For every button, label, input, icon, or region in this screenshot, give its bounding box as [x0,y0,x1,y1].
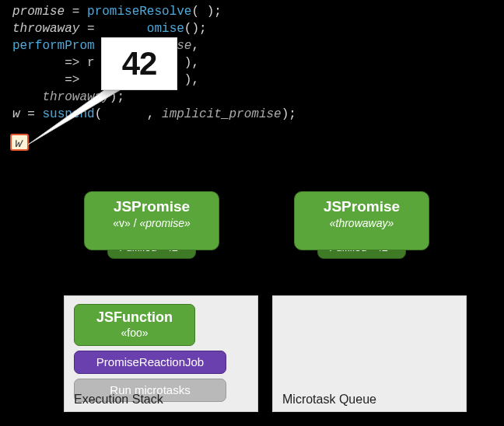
value-callout-text: 42 [122,45,157,82]
jspromise-card-throwaway: JSPromise «throwaway» Fulfilled «42» [294,191,429,259]
microtask-queue-caption: Microtask Queue [282,393,376,407]
jspromise-title: JSPromise [93,198,211,215]
jspromise-subtitle: «v» / «promise» [93,217,211,229]
execution-stack-panel: JSFunction «foo» PromiseReactionJob Run … [64,295,258,412]
execution-stack-caption: Execution Stack [74,393,163,407]
jspromise-head: JSPromise «throwaway» [294,191,429,250]
stack-item-title: JSFunction [75,309,194,326]
jspromise-subtitle: «throwaway» [303,217,421,229]
value-callout: 42 [101,37,177,90]
jspromise-card-v: JSPromise «v» / «promise» Fulfilled «42» [84,191,219,259]
stack-item-label: PromiseReactionJob [96,355,204,368]
microtask-queue-panel: Microtask Queue [272,295,467,412]
jspromise-head: JSPromise «v» / «promise» [84,191,219,250]
stack-item-promisereactionjob: PromiseReactionJob [74,351,226,374]
jspromise-title: JSPromise [303,198,421,215]
variable-highlight-w-text: w [14,135,22,150]
stack-item-subtitle: «foo» [75,326,194,339]
stack-item-jsfunction: JSFunction «foo» [74,304,195,346]
